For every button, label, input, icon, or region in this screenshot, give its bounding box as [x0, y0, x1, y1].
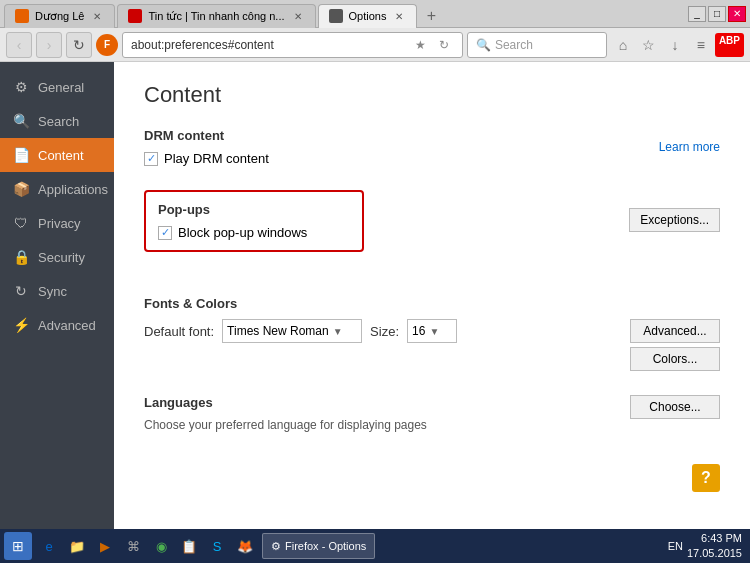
adblock-button[interactable]: ABP	[715, 33, 744, 57]
search-nav-icon: 🔍	[12, 112, 30, 130]
taskbar-cmd-icon[interactable]: ⌘	[120, 533, 146, 559]
tab-label-2: Tin tức | Tin nhanh công n...	[148, 10, 284, 23]
time-display: 6:43 PM	[687, 531, 742, 546]
maximize-button[interactable]: □	[708, 6, 726, 22]
new-tab-button[interactable]: +	[419, 4, 443, 28]
exceptions-button[interactable]: Exceptions...	[629, 208, 720, 232]
drm-checkbox[interactable]	[144, 152, 158, 166]
minimize-button[interactable]: _	[688, 6, 706, 22]
popups-checkbox[interactable]	[158, 226, 172, 240]
home-icon[interactable]: ⌂	[611, 33, 635, 57]
advanced-button[interactable]: Advanced...	[630, 319, 720, 343]
size-select-arrow: ▼	[429, 326, 439, 337]
font-select[interactable]: Times New Roman ▼	[222, 319, 362, 343]
popups-box: Pop-ups Block pop-up windows	[144, 190, 364, 252]
sidebar-label-content: Content	[38, 148, 84, 163]
content-area: Content DRM content Play DRM content Lea…	[114, 62, 750, 529]
drm-row: DRM content Play DRM content Learn more	[144, 128, 720, 166]
window-controls: _ □ ✕	[688, 6, 750, 22]
close-button[interactable]: ✕	[728, 6, 746, 22]
choose-button[interactable]: Choose...	[630, 395, 720, 419]
main-layout: ⚙ General 🔍 Search 📄 Content 📦 Applicati…	[0, 62, 750, 529]
forward-button[interactable]: ›	[36, 32, 62, 58]
taskbar-app-firefox[interactable]: ⚙ Firefox - Options	[262, 533, 375, 559]
tab-close-2[interactable]: ✕	[291, 9, 305, 23]
sidebar-item-privacy[interactable]: 🛡 Privacy	[0, 206, 114, 240]
start-icon: ⊞	[12, 538, 24, 554]
refresh-icon[interactable]: ↻	[434, 35, 454, 55]
sidebar-label-general: General	[38, 80, 84, 95]
sidebar-label-privacy: Privacy	[38, 216, 81, 231]
languages-buttons: Choose...	[630, 395, 720, 419]
bookmark-icon[interactable]: ★	[411, 35, 431, 55]
start-button[interactable]: ⊞	[4, 532, 32, 560]
popups-checkbox-item: Block pop-up windows	[158, 225, 350, 240]
sidebar-label-sync: Sync	[38, 284, 67, 299]
app-label: Firefox - Options	[285, 540, 366, 552]
sidebar: ⚙ General 🔍 Search 📄 Content 📦 Applicati…	[0, 62, 114, 529]
size-label: Size:	[370, 324, 399, 339]
popups-title: Pop-ups	[158, 202, 350, 217]
sidebar-label-security: Security	[38, 250, 85, 265]
reload-button[interactable]: ↻	[66, 32, 92, 58]
sidebar-label-advanced: Advanced	[38, 318, 96, 333]
sync-icon: ↻	[12, 282, 30, 300]
tab-news[interactable]: Tin tức | Tin nhanh công n... ✕	[117, 4, 315, 28]
sidebar-label-search: Search	[38, 114, 79, 129]
fonts-section: Fonts & Colors Default font: Times New R…	[144, 296, 720, 371]
bookmarks-icon[interactable]: ☆	[637, 33, 661, 57]
languages-title: Languages	[144, 395, 427, 410]
drm-section: DRM content Play DRM content Learn more	[144, 128, 720, 166]
title-bar: Dương Lê ✕ Tin tức | Tin nhanh công n...…	[0, 0, 750, 28]
tab-label-3: Options	[349, 10, 387, 22]
page-title: Content	[144, 82, 720, 108]
advanced-icon: ⚡	[12, 316, 30, 334]
taskbar-skype-icon[interactable]: S	[204, 533, 230, 559]
taskbar-folder-icon[interactable]: 📁	[64, 533, 90, 559]
drm-content-left: DRM content Play DRM content	[144, 128, 269, 166]
url-bar[interactable]: about:preferences#content ★ ↻	[122, 32, 463, 58]
fonts-title: Fonts & Colors	[144, 296, 720, 311]
popups-checkbox-label: Block pop-up windows	[178, 225, 307, 240]
security-icon: 🔒	[12, 248, 30, 266]
fonts-row: Default font: Times New Roman ▼ Size: 16…	[144, 319, 457, 343]
sidebar-item-search[interactable]: 🔍 Search	[0, 104, 114, 138]
size-value: 16	[412, 324, 425, 338]
applications-icon: 📦	[12, 180, 30, 198]
tab-duong-le[interactable]: Dương Lê ✕	[4, 4, 115, 28]
learn-more-link[interactable]: Learn more	[659, 140, 720, 154]
general-icon: ⚙	[12, 78, 30, 96]
drm-checkbox-label: Play DRM content	[164, 151, 269, 166]
taskbar-ie-icon[interactable]: e	[36, 533, 62, 559]
url-text: about:preferences#content	[131, 38, 405, 52]
sidebar-label-applications: Applications	[38, 182, 108, 197]
sidebar-item-general[interactable]: ⚙ General	[0, 70, 114, 104]
tab-close-1[interactable]: ✕	[90, 9, 104, 23]
search-bar[interactable]: 🔍 Search	[467, 32, 607, 58]
popups-section: Pop-ups Block pop-up windows Exceptions.…	[144, 190, 720, 272]
settings-icon[interactable]: ≡	[689, 33, 713, 57]
tab-options[interactable]: Options ✕	[318, 4, 418, 28]
tray-time: 6:43 PM 17.05.2015	[687, 531, 742, 562]
taskbar-media-icon[interactable]: ▶	[92, 533, 118, 559]
taskbar-firefox-icon[interactable]: 🦊	[232, 533, 258, 559]
taskbar-file-icon[interactable]: 📋	[176, 533, 202, 559]
tab-close-3[interactable]: ✕	[392, 9, 406, 23]
size-select[interactable]: 16 ▼	[407, 319, 457, 343]
sidebar-item-sync[interactable]: ↻ Sync	[0, 274, 114, 308]
tab-favicon-2	[128, 9, 142, 23]
sidebar-item-content[interactable]: 📄 Content	[0, 138, 114, 172]
colors-button[interactable]: Colors...	[630, 347, 720, 371]
taskbar-chrome-icon[interactable]: ◉	[148, 533, 174, 559]
sidebar-item-advanced[interactable]: ⚡ Advanced	[0, 308, 114, 342]
tab-label-1: Dương Lê	[35, 10, 84, 23]
download-icon[interactable]: ↓	[663, 33, 687, 57]
taskbar-apps: ⚙ Firefox - Options	[262, 533, 668, 559]
sidebar-item-applications[interactable]: 📦 Applications	[0, 172, 114, 206]
help-button[interactable]: ?	[692, 464, 720, 492]
tab-strip: Dương Lê ✕ Tin tức | Tin nhanh công n...…	[0, 0, 688, 28]
font-value: Times New Roman	[227, 324, 329, 338]
back-button[interactable]: ‹	[6, 32, 32, 58]
sidebar-item-security[interactable]: 🔒 Security	[0, 240, 114, 274]
taskbar: ⊞ e 📁 ▶ ⌘ ◉ 📋 S 🦊 ⚙ Firefox - Options EN…	[0, 529, 750, 563]
